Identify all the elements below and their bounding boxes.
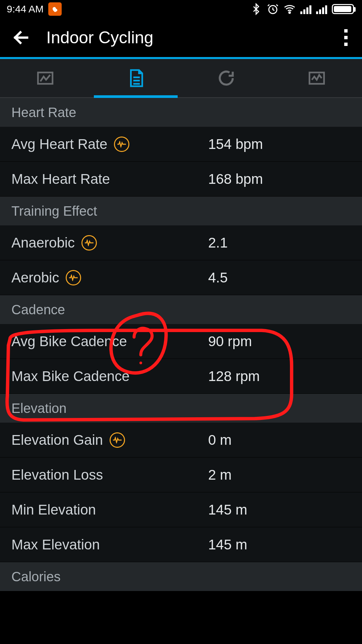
tab-map[interactable] [0, 59, 90, 97]
section-title: Cadence [11, 302, 65, 317]
battery-icon [332, 4, 354, 14]
section-title: Elevation [11, 401, 67, 416]
section-header-heart-rate: Heart Rate [0, 98, 362, 127]
stat-row: Max Heart Rate 168 bpm [0, 162, 362, 197]
back-button[interactable] [9, 26, 33, 49]
waveform-icon [114, 137, 129, 152]
stat-label: Max Heart Rate [11, 171, 110, 187]
tab-stats[interactable] [90, 59, 181, 97]
stat-row: Min Elevation 145 m [0, 492, 362, 527]
stat-label: Aerobic [11, 270, 59, 286]
bluetooth-icon [250, 3, 262, 15]
strava-notification-icon [48, 2, 62, 16]
stat-row: Max Elevation 145 m [0, 527, 362, 562]
waveform-icon [110, 432, 125, 448]
status-bar: 9:44 AM [0, 0, 362, 18]
waveform-icon [81, 235, 97, 251]
stat-value: 4.5 [208, 270, 228, 286]
stat-label: Avg Bike Cadence [11, 333, 127, 350]
app-bar: Indoor Cycling [0, 18, 362, 59]
stat-label: Min Elevation [11, 502, 96, 518]
status-time: 9:44 AM [7, 3, 44, 15]
tab-bar [0, 59, 362, 98]
stat-value: 154 bpm [208, 136, 263, 152]
stat-label: Max Elevation [11, 537, 100, 553]
stat-row: Elevation Gain 0 m [0, 423, 362, 458]
stat-label: Anaerobic [11, 235, 75, 251]
stat-label: Max Bike Cadence [11, 368, 130, 384]
stat-row: Anaerobic 2.1 [0, 225, 362, 260]
section-header-training-effect: Training Effect [0, 197, 362, 225]
svg-rect-5 [133, 83, 140, 85]
tab-charts[interactable] [272, 59, 362, 97]
status-left: 9:44 AM [7, 2, 62, 16]
section-header-calories: Calories [0, 562, 362, 591]
stat-value: 2.1 [208, 235, 228, 251]
stat-value: 0 m [208, 432, 232, 448]
stats-list[interactable]: Heart Rate Avg Heart Rate 154 bpm Max He… [0, 98, 362, 591]
stat-value: 128 rpm [208, 368, 260, 384]
signal-2-icon [316, 4, 327, 14]
tab-laps[interactable] [181, 59, 272, 97]
stat-label: Elevation Gain [11, 432, 103, 448]
section-title: Heart Rate [11, 105, 76, 120]
stat-row: Aerobic 4.5 [0, 260, 362, 295]
section-title: Training Effect [11, 204, 97, 219]
section-title: Calories [11, 569, 61, 584]
stat-value: 2 m [208, 467, 232, 483]
wifi-icon [284, 3, 296, 15]
svg-point-1 [289, 12, 291, 13]
page-title: Indoor Cycling [46, 28, 339, 47]
section-header-elevation: Elevation [0, 394, 362, 423]
stat-value: 145 m [208, 502, 247, 518]
waveform-icon [66, 270, 81, 285]
stat-row: Max Bike Cadence 128 rpm [0, 359, 362, 394]
stat-label: Avg Heart Rate [11, 136, 107, 152]
svg-rect-3 [133, 76, 140, 78]
svg-rect-4 [133, 80, 140, 82]
signal-1-icon [300, 4, 311, 14]
stat-row: Elevation Loss 2 m [0, 458, 362, 492]
stat-row: Avg Heart Rate 154 bpm [0, 127, 362, 162]
stat-value: 90 rpm [208, 333, 252, 350]
status-right [250, 3, 354, 15]
overflow-menu-button[interactable] [339, 28, 353, 48]
alarm-icon [267, 3, 279, 15]
stat-row: Avg Bike Cadence 90 rpm [0, 324, 362, 359]
section-header-cadence: Cadence [0, 295, 362, 324]
stat-label: Elevation Loss [11, 467, 103, 483]
stat-value: 145 m [208, 537, 247, 553]
stat-value: 168 bpm [208, 171, 263, 187]
